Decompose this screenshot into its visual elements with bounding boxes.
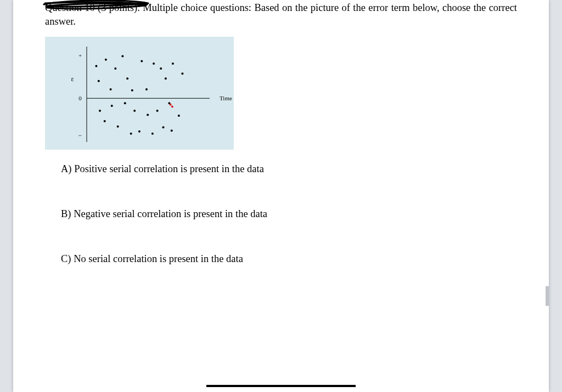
- option-c: C) No serial correlation is present in t…: [61, 253, 267, 265]
- svg-point-26: [124, 102, 126, 104]
- svg-point-19: [165, 77, 167, 79]
- question-prompt: Question 10 (3 points). Multiple choice …: [45, 1, 517, 29]
- svg-point-8: [98, 80, 100, 82]
- svg-point-30: [147, 114, 149, 116]
- svg-point-28: [133, 110, 136, 112]
- svg-point-15: [140, 60, 143, 63]
- residuals-scatter-chart: +0−εTime: [45, 37, 234, 150]
- svg-text:0: 0: [78, 95, 82, 101]
- option-b: B) Negative serial correlation is presen…: [61, 208, 267, 220]
- svg-point-25: [117, 126, 119, 128]
- svg-point-18: [160, 67, 162, 70]
- chart-svg: +0−εTime: [45, 37, 234, 150]
- svg-point-12: [121, 55, 123, 58]
- svg-point-10: [110, 88, 112, 90]
- svg-point-35: [171, 129, 173, 132]
- svg-point-20: [172, 63, 174, 65]
- answer-options: A) Positive serial correlation is presen…: [61, 163, 267, 265]
- svg-point-22: [99, 110, 101, 112]
- document-page: Question 10 (3 points). Multiple choice …: [13, 0, 549, 392]
- svg-point-38: [171, 105, 173, 107]
- svg-point-29: [138, 130, 140, 133]
- svg-point-21: [181, 72, 183, 75]
- svg-point-11: [114, 67, 116, 70]
- question-struck-label: Question 10 (3 points).: [45, 2, 140, 13]
- svg-point-9: [105, 59, 107, 61]
- svg-point-13: [126, 77, 128, 79]
- svg-text:ε: ε: [71, 75, 74, 83]
- page-content: Question 10 (3 points). Multiple choice …: [45, 0, 517, 392]
- svg-point-31: [151, 133, 154, 135]
- scrollbar-fragment: [546, 286, 549, 306]
- svg-point-32: [156, 110, 159, 112]
- svg-point-37: [170, 104, 172, 106]
- svg-point-23: [104, 120, 106, 122]
- svg-point-27: [130, 133, 132, 135]
- svg-text:−: −: [78, 132, 82, 139]
- svg-point-7: [95, 65, 97, 67]
- option-a: A) Positive serial correlation is presen…: [61, 163, 267, 175]
- page-bottom-rule: [206, 385, 356, 387]
- svg-point-16: [145, 88, 148, 90]
- svg-text:Time: Time: [220, 95, 232, 101]
- svg-text:+: +: [78, 52, 82, 59]
- svg-point-33: [162, 126, 165, 128]
- svg-point-14: [131, 89, 133, 92]
- svg-point-36: [178, 115, 180, 117]
- svg-point-17: [153, 63, 155, 65]
- svg-point-24: [111, 105, 113, 107]
